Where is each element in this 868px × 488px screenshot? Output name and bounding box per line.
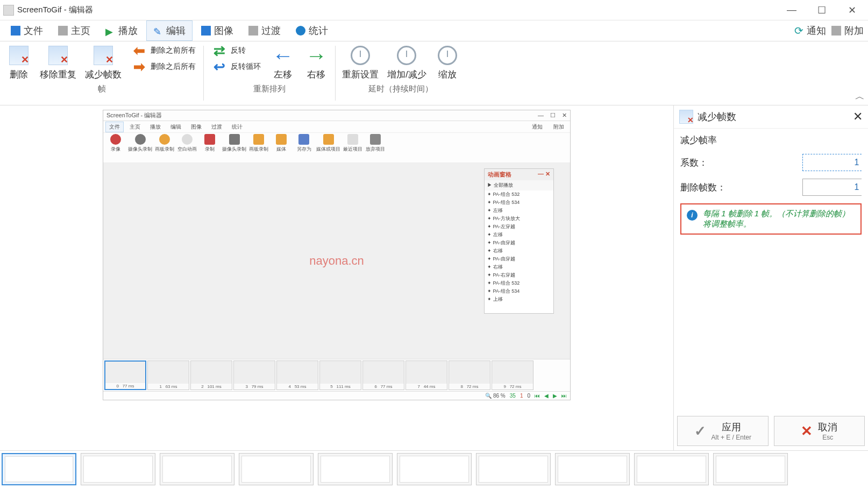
reverse-loop-button[interactable]: ↩反转循环 bbox=[206, 59, 266, 75]
remove-dup-icon bbox=[48, 46, 68, 65]
delete-button[interactable]: 删除 bbox=[2, 43, 35, 84]
tab-transition[interactable]: 过渡 bbox=[242, 21, 287, 40]
side-panel-close-button[interactable]: ✕ bbox=[853, 110, 863, 124]
anim-item: ✦ 左移 bbox=[485, 207, 553, 215]
factor-label: 系数： bbox=[680, 157, 723, 169]
inner-minimize-icon: — bbox=[538, 112, 544, 119]
move-right-icon: → bbox=[307, 46, 326, 65]
tab-home[interactable]: 主页 bbox=[52, 21, 97, 40]
frame-thumbnail[interactable] bbox=[713, 453, 788, 485]
reset-delay-button[interactable]: 重新设置 bbox=[338, 43, 383, 84]
cancel-button[interactable]: ✕ 取消Esc bbox=[774, 416, 865, 446]
delete-icon bbox=[9, 46, 29, 65]
tab-file[interactable]: 文件 bbox=[4, 21, 49, 40]
inner-frame: 6 77 ms bbox=[362, 360, 404, 390]
inner-frame: 5 111 ms bbox=[319, 360, 361, 390]
anim-item: ✦ 右移 bbox=[485, 263, 553, 271]
inner-ribbon-btn: 录像 bbox=[105, 134, 126, 153]
side-panel: 减少帧数 ✕ 减少帧率 系数： ▲▼ 删除帧数： ▲▼ bbox=[673, 105, 868, 450]
frame-thumbnail[interactable] bbox=[555, 453, 630, 485]
refresh-icon: ⟳ bbox=[794, 24, 803, 37]
close-button[interactable]: ✕ bbox=[844, 4, 859, 16]
frame-thumbnail[interactable] bbox=[2, 453, 76, 485]
delete-before-button[interactable]: ⬅删除之前所有 bbox=[126, 43, 201, 59]
ribbon-body: 删除 移除重复 减少帧数 ⬅删除之前所有 ➡删除之后所有 帧 ⇄反转 ↩反转循环… bbox=[0, 41, 868, 105]
transition-icon bbox=[248, 26, 258, 36]
save-icon bbox=[11, 26, 20, 36]
tab-edit[interactable]: ✎编辑 bbox=[146, 20, 193, 41]
frame-thumbnail[interactable] bbox=[397, 453, 472, 485]
collapse-ribbon-button[interactable]: ︿ bbox=[855, 90, 865, 103]
watermark-text: nayona.cn bbox=[309, 254, 364, 268]
inner-ribbon-btn: 媒体或项目 bbox=[316, 134, 340, 153]
loop-icon: ↩ bbox=[211, 61, 227, 73]
factor-input-box[interactable]: ▲▼ bbox=[802, 154, 862, 171]
remove-dup-button[interactable]: 移除重复 bbox=[35, 43, 81, 84]
group-reorder-label: 重新排列 bbox=[253, 84, 286, 96]
frame-strip[interactable] bbox=[0, 450, 868, 488]
clock-scale-icon bbox=[438, 46, 457, 65]
check-icon: ✓ bbox=[694, 423, 706, 440]
home-icon bbox=[58, 26, 68, 36]
anim-item: ✦ PA-组合 532 bbox=[485, 279, 553, 287]
frame-thumbnail[interactable] bbox=[239, 453, 314, 485]
side-panel-icon bbox=[679, 110, 693, 124]
reverse-button[interactable]: ⇄反转 bbox=[206, 43, 266, 59]
frame-thumbnail[interactable] bbox=[81, 453, 155, 485]
anim-item: ✦ PA-组合 532 bbox=[485, 190, 553, 199]
tab-image[interactable]: 图像 bbox=[195, 21, 240, 40]
move-left-button[interactable]: ←左移 bbox=[266, 43, 300, 84]
inner-frame: 4 53 ms bbox=[276, 360, 318, 390]
inner-last-icon: ⏭ bbox=[561, 393, 567, 399]
tab-stats[interactable]: 统计 bbox=[289, 21, 335, 40]
attach-button[interactable]: 附加 bbox=[831, 24, 864, 37]
factor-input[interactable] bbox=[803, 154, 868, 171]
inner-ribbon-btn: 最近项目 bbox=[343, 134, 363, 153]
remove-input-box[interactable]: ▲▼ bbox=[802, 179, 862, 196]
tab-play[interactable]: ▶播放 bbox=[99, 21, 144, 40]
scale-delay-button[interactable]: 缩放 bbox=[431, 43, 464, 84]
anim-panel: 动画窗格— ✕ ▶ 全部播放 ✦ PA-组合 532✦ PA-组合 534✦ 左… bbox=[484, 168, 554, 314]
inner-tab: 图像 bbox=[187, 122, 205, 132]
editor-zone: ScreenToGif - 编辑器 — ☐ ✕ 文件主页播放编辑图像过渡统计通知… bbox=[0, 105, 673, 450]
move-right-button[interactable]: →右移 bbox=[300, 43, 333, 84]
frame-thumbnail[interactable] bbox=[634, 453, 709, 485]
anim-item: ✦ PA-右穿越 bbox=[485, 271, 553, 279]
inner-prev-icon: ◀ bbox=[544, 393, 549, 399]
delete-after-button[interactable]: ➡删除之后所有 bbox=[126, 59, 201, 75]
inner-frame: 8 72 ms bbox=[449, 360, 490, 390]
minimize-button[interactable]: — bbox=[784, 4, 799, 16]
notify-button[interactable]: ⟳通知 bbox=[794, 24, 826, 37]
inner-frame: 7 44 ms bbox=[405, 360, 447, 390]
anim-item: ✦ 上移 bbox=[485, 295, 553, 303]
remove-input[interactable] bbox=[803, 179, 868, 195]
frame-thumbnail[interactable] bbox=[476, 453, 551, 485]
anim-panel-title: 动画窗格 bbox=[488, 171, 511, 179]
maximize-button[interactable]: ☐ bbox=[814, 4, 829, 16]
anim-item: ✦ PA-组合 534 bbox=[485, 287, 553, 295]
app-icon bbox=[3, 5, 14, 16]
frame-thumbnail[interactable] bbox=[160, 453, 234, 485]
arrow-left-icon: ⬅ bbox=[131, 45, 147, 56]
apply-button[interactable]: ✓ 应用Alt + E / Enter bbox=[677, 416, 769, 446]
anim-item: ✦ PA-由穿越 bbox=[485, 239, 553, 247]
inner-ribbon-btn: 摄像头录制 bbox=[128, 134, 152, 153]
anim-item: ✦ PA-方块放大 bbox=[485, 215, 553, 223]
group-delay-label: 延时（持续时间） bbox=[368, 84, 433, 96]
inner-ribbon-btn: 放弃项目 bbox=[365, 134, 386, 153]
inner-ribbon-btn: 画板录制 bbox=[154, 134, 175, 153]
edit-icon: ✎ bbox=[153, 26, 163, 36]
frame-thumbnail[interactable] bbox=[318, 453, 393, 485]
anim-item: ✦ PA-组合 534 bbox=[485, 199, 553, 207]
inner-frame: 1 63 ms bbox=[147, 360, 189, 390]
main-area: ScreenToGif - 编辑器 — ☐ ✕ 文件主页播放编辑图像过渡统计通知… bbox=[0, 105, 868, 450]
inner-close-icon: ✕ bbox=[562, 112, 567, 119]
inner-next-icon: ▶ bbox=[553, 393, 557, 399]
info-box: i 每隔 1 帧删除 1 帧。（不计算删除的帧）将调整帧率。 bbox=[680, 203, 862, 235]
window-title: ScreenToGif - 编辑器 bbox=[17, 5, 93, 15]
inc-dec-button[interactable]: 增加/减少 bbox=[383, 43, 431, 84]
remove-label: 删除帧数： bbox=[680, 181, 726, 194]
inner-frame: 3 79 ms bbox=[233, 360, 275, 390]
reduce-frames-button[interactable]: 减少帧数 bbox=[81, 43, 126, 84]
inner-ribbon-btn: 另存为 bbox=[294, 134, 314, 153]
